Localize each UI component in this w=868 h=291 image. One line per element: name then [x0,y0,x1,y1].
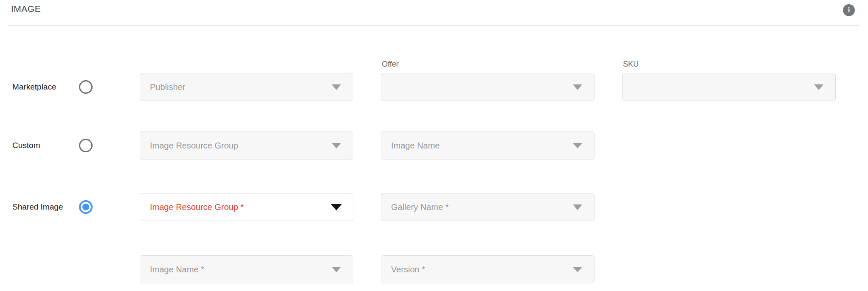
offer-field-label: Offer [382,60,399,69]
shared-version-placeholder: Version * [391,265,425,274]
info-icon-glyph: i [848,6,850,14]
info-icon[interactable]: i [843,4,855,16]
sku-field-label: SKU [623,60,639,69]
shared-image-name-placeholder: Image Name * [150,265,204,274]
row-label-custom: Custom [12,141,40,150]
shared-image-resource-group-placeholder: Image Resource Group * [150,202,244,212]
custom-image-name-placeholder: Image Name [391,141,440,151]
header-divider [8,25,860,26]
row-label-shared-image: Shared Image [12,202,63,212]
publisher-dropdown[interactable]: Publisher [140,73,353,101]
sku-dropdown[interactable] [622,73,836,101]
shared-version-dropdown[interactable]: Version * [381,255,595,283]
chevron-down-icon [573,267,582,272]
radio-marketplace[interactable] [79,80,93,94]
offer-dropdown[interactable] [381,73,595,101]
custom-image-resource-group-placeholder: Image Resource Group [150,141,238,151]
chevron-down-icon [332,84,341,90]
shared-gallery-name-dropdown[interactable]: Gallery Name * [381,193,595,221]
chevron-down-icon [573,204,582,210]
shared-gallery-name-placeholder: Gallery Name * [391,202,449,212]
row-label-marketplace: Marketplace [12,82,56,92]
shared-image-name-dropdown[interactable]: Image Name * [140,255,353,283]
publisher-placeholder: Publisher [150,82,185,92]
chevron-down-icon [332,267,341,272]
radio-shared-image[interactable] [79,200,93,214]
custom-image-resource-group-dropdown[interactable]: Image Resource Group [140,132,353,159]
chevron-down-icon [573,143,582,148]
section-title: IMAGE [11,4,41,14]
chevron-down-icon [331,204,342,210]
chevron-down-icon [573,84,582,90]
shared-image-resource-group-dropdown[interactable]: Image Resource Group * [140,193,353,221]
custom-image-name-dropdown[interactable]: Image Name [381,132,595,159]
chevron-down-icon [814,84,823,90]
radio-custom[interactable] [79,139,93,152]
chevron-down-icon [332,143,341,148]
